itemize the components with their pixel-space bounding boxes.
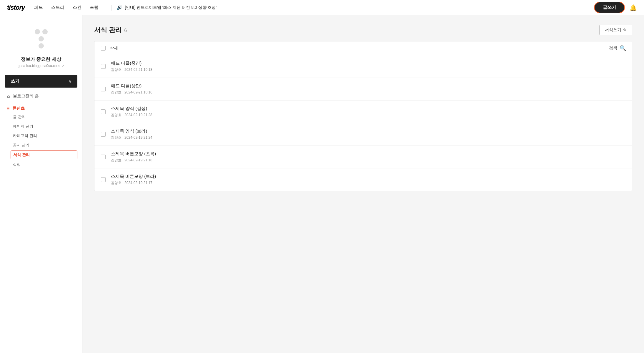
list-item: 소제목 양식 (검정) 김양호 · 2024-02-19 21:28 xyxy=(94,101,632,123)
item-checkbox-0[interactable] xyxy=(101,64,106,69)
nav-forum[interactable]: 포럼 xyxy=(90,5,99,10)
item-info-1: 애드 디플(상단) 김양호 · 2024-02-21 10:16 xyxy=(111,83,626,95)
notice-icon: 🔊 xyxy=(117,5,122,10)
item-info-2: 소제목 양식 (검정) 김양호 · 2024-02-19 21:28 xyxy=(111,106,626,118)
bell-icon[interactable]: 🔔 xyxy=(630,4,637,11)
item-title-0[interactable]: 애드 디플(중간) xyxy=(111,61,626,66)
select-all-checkbox-wrapper[interactable] xyxy=(100,45,106,51)
list-item: 애드 디플(상단) 김양호 · 2024-02-21 10:16 xyxy=(94,78,632,101)
sidebar: 정보가 중요한 세상 gusa1sa.bloggusa0sa.co.kr ↗ 쓰… xyxy=(0,15,82,353)
contents-icon: ≡ xyxy=(7,106,9,111)
templates-table: 삭제 검색 🔍 애드 디플(중간) 김양호 · 2024-02-2 xyxy=(94,41,632,191)
main-nav: 피드 스토리 스킨 포럼 xyxy=(34,5,99,10)
template-write-button[interactable]: 서식쓰기 ✎ xyxy=(599,25,632,35)
item-info-0: 애드 디플(중간) 김양호 · 2024-02-21 10:18 xyxy=(111,61,626,72)
page-count: 6 xyxy=(124,28,127,33)
layout: 정보가 중요한 세상 gusa1sa.bloggusa0sa.co.kr ↗ 쓰… xyxy=(0,15,644,353)
dot-1 xyxy=(35,29,40,34)
sidebar-item-pages[interactable]: 페이지 관리 xyxy=(0,122,82,131)
item-info-4: 소제목 버튼모양 (초록) 김양호 · 2024-02-19 21:18 xyxy=(111,151,626,163)
avatar-dots xyxy=(35,29,48,48)
page-title-row: 서식 관리 6 xyxy=(94,26,127,34)
avatar xyxy=(29,27,53,51)
item-checkbox-wrapper-1[interactable] xyxy=(100,86,106,92)
list-item: 소제목 양식 (보라) 김양호 · 2024-02-19 21:24 xyxy=(94,123,632,146)
header-divider xyxy=(112,5,112,11)
select-all-checkbox[interactable] xyxy=(101,46,106,51)
item-meta-5: 김양호 · 2024-02-19 21:17 xyxy=(111,180,626,185)
item-title-1[interactable]: 애드 디플(상단) xyxy=(111,83,626,89)
nav-story[interactable]: 스토리 xyxy=(51,5,64,10)
item-info-5: 소제목 버튼모양 (보라) 김양호 · 2024-02-19 21:17 xyxy=(111,174,626,185)
global-write-button[interactable]: 글쓰기 xyxy=(594,2,625,13)
blog-name: 정보가 중요한 세상 xyxy=(21,56,61,63)
chevron-down-icon: ∨ xyxy=(69,79,71,84)
sidebar-item-categories[interactable]: 카테고리 관리 xyxy=(0,131,82,140)
item-checkbox-wrapper-2[interactable] xyxy=(100,109,106,115)
sidebar-item-templates[interactable]: 서식 관리 xyxy=(11,150,77,159)
item-title-3[interactable]: 소제목 양식 (보라) xyxy=(111,128,626,134)
sidebar-item-home[interactable]: ⌂ 블로그관리 홈 xyxy=(0,90,82,102)
item-checkbox-wrapper-3[interactable] xyxy=(100,131,106,137)
item-meta-2: 김양호 · 2024-02-19 21:28 xyxy=(111,113,626,118)
item-meta-3: 김양호 · 2024-02-19 21:24 xyxy=(111,135,626,140)
external-link-icon: ↗ xyxy=(62,64,64,68)
item-checkbox-wrapper-4[interactable] xyxy=(100,154,106,160)
item-meta-4: 김양호 · 2024-02-19 21:18 xyxy=(111,158,626,163)
dot-4 xyxy=(39,43,44,48)
dot-2 xyxy=(42,29,48,34)
notice-text: [안내] 안드로이드앱 '최소 지원 버전 8.0 상향 조정' xyxy=(125,5,217,10)
search-label: 검색 xyxy=(609,46,617,51)
notice-bar: 🔊 [안내] 안드로이드앱 '최소 지원 버전 8.0 상향 조정' xyxy=(117,5,594,10)
item-title-2[interactable]: 소제목 양식 (검정) xyxy=(111,106,626,111)
list-item: 소제목 버튼모양 (초록) 김양호 · 2024-02-19 21:18 xyxy=(94,146,632,168)
toolbar-left: 삭제 xyxy=(100,45,118,51)
page-title: 서식 관리 xyxy=(94,26,122,34)
sidebar-item-posts[interactable]: 글 관리 xyxy=(0,112,82,122)
item-checkbox-wrapper-0[interactable] xyxy=(100,63,106,69)
item-checkbox-5[interactable] xyxy=(101,177,106,182)
list-item: 소제목 버튼모양 (보라) 김양호 · 2024-02-19 21:17 xyxy=(94,168,632,191)
logo[interactable]: tistory xyxy=(7,4,25,11)
list-item: 애드 디플(중간) 김양호 · 2024-02-21 10:18 xyxy=(94,55,632,78)
item-meta-1: 김양호 · 2024-02-21 10:16 xyxy=(111,90,626,95)
delete-label[interactable]: 삭제 xyxy=(110,46,118,51)
home-icon: ⌂ xyxy=(7,93,10,99)
item-checkbox-wrapper-5[interactable] xyxy=(100,177,106,183)
sidebar-write-label: 쓰기 xyxy=(11,78,19,84)
item-checkbox-4[interactable] xyxy=(101,155,106,159)
nav-feed[interactable]: 피드 xyxy=(34,5,43,10)
item-checkbox-3[interactable] xyxy=(101,132,106,137)
item-title-5[interactable]: 소제목 버튼모양 (보라) xyxy=(111,174,626,179)
template-write-label: 서식쓰기 xyxy=(605,27,621,33)
item-checkbox-1[interactable] xyxy=(101,87,106,91)
main-content: 서식 관리 6 서식쓰기 ✎ 삭제 검색 🔍 xyxy=(82,15,644,353)
profile-section: 정보가 중요한 세상 gusa1sa.bloggusa0sa.co.kr ↗ xyxy=(0,15,82,75)
sidebar-item-notices[interactable]: 공지 관리 xyxy=(0,140,82,150)
edit-icon: ✎ xyxy=(623,28,627,32)
item-info-3: 소제목 양식 (보라) 김양호 · 2024-02-19 21:24 xyxy=(111,128,626,140)
item-title-4[interactable]: 소제목 버튼모양 (초록) xyxy=(111,151,626,157)
header-right: 글쓰기 🔔 xyxy=(594,2,637,13)
sidebar-home-label: 블로그관리 홈 xyxy=(13,93,39,99)
sidebar-nav: ⌂ 블로그관리 홈 ≡ 콘텐츠 글 관리 페이지 관리 카테고리 관리 공지 관… xyxy=(0,90,82,169)
header: tistory 피드 스토리 스킨 포럼 🔊 [안내] 안드로이드앱 '최소 지… xyxy=(0,0,644,15)
dot-3 xyxy=(39,36,44,41)
sidebar-item-settings[interactable]: 설정 xyxy=(0,160,82,169)
table-toolbar: 삭제 검색 🔍 xyxy=(94,41,632,55)
item-meta-0: 김양호 · 2024-02-21 10:18 xyxy=(111,67,626,72)
item-checkbox-2[interactable] xyxy=(101,109,106,114)
blog-url: gusa1sa.bloggusa0sa.co.kr ↗ xyxy=(18,64,64,68)
sidebar-section-contents: ≡ 콘텐츠 xyxy=(0,102,82,112)
search-icon[interactable]: 🔍 xyxy=(620,45,626,51)
sidebar-write-button[interactable]: 쓰기 ∨ xyxy=(5,75,77,88)
toolbar-right[interactable]: 검색 🔍 xyxy=(609,45,626,51)
sidebar-section-label: 콘텐츠 xyxy=(12,106,25,111)
nav-skin[interactable]: 스킨 xyxy=(73,5,81,10)
page-header: 서식 관리 6 서식쓰기 ✎ xyxy=(94,25,632,35)
